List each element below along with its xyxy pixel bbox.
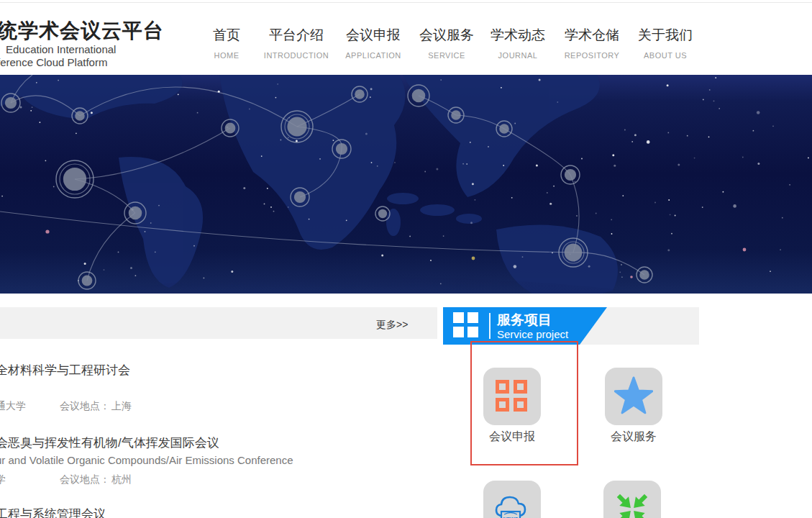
logo-subtitle-2: ference Cloud Platform — [0, 56, 107, 68]
top-divider — [0, 2, 812, 3]
service-panel-banner: 服务项目 Service project — [443, 307, 607, 345]
page: 统学术会议云平台 Education International ference… — [0, 0, 812, 518]
service-panel-subtitle: Service project — [497, 328, 568, 340]
service-tile-application[interactable] — [483, 368, 541, 425]
service-panel-title: 服务项目 — [497, 311, 552, 330]
more-link[interactable]: 更多>> — [376, 319, 408, 332]
world-map-graphic — [0, 75, 812, 294]
nav-label-en: ABOUT US — [618, 51, 713, 60]
location-value: 上海 — [111, 400, 132, 413]
hero-banner — [0, 75, 812, 294]
conference-host: 学 — [0, 473, 6, 485]
service-tile-service[interactable] — [605, 368, 662, 425]
star-icon — [614, 376, 653, 415]
grid-squares-icon — [496, 380, 529, 413]
service-tile-journal[interactable]: NEWS — [483, 481, 541, 518]
logo-subtitle-1: Education International — [6, 43, 116, 55]
conference-host: 通大学 — [0, 400, 26, 412]
news-cloud-icon: NEWS — [493, 492, 531, 518]
location-value: 杭州 — [111, 473, 132, 486]
grid-icon — [453, 312, 478, 337]
logo-title: 统学术会议云平台 — [0, 17, 164, 45]
conference-section-header — [0, 307, 437, 339]
conference-title[interactable]: 工程与系统管理会议 — [0, 506, 106, 518]
conference-subtitle-en: ur and Volatile Organic Compounds/Air Em… — [0, 454, 293, 466]
banner-divider — [489, 313, 491, 339]
service-tile-repository[interactable] — [603, 481, 661, 518]
conference-title[interactable]: 全材料科学与工程研讨会 — [0, 362, 130, 378]
converge-arrows-icon — [612, 489, 652, 518]
location-label: 会议地点： — [60, 400, 110, 413]
conference-meta: 学 会议地点： 杭州 — [0, 473, 433, 486]
service-tile-label[interactable]: 会议服务 — [605, 430, 662, 445]
location-label: 会议地点： — [60, 473, 110, 486]
nav-item-about[interactable]: 关于我们 ABOUT US — [618, 26, 713, 60]
nav-label-zh: 关于我们 — [618, 26, 713, 45]
conference-title[interactable]: 会恶臭与挥发性有机物/气体挥发国际会议 — [0, 435, 219, 451]
conference-meta: 通大学 会议地点： 上海 — [0, 400, 433, 413]
service-tile-label[interactable]: 会议申报 — [483, 430, 541, 445]
header: 统学术会议云平台 Education International ference… — [0, 0, 812, 75]
